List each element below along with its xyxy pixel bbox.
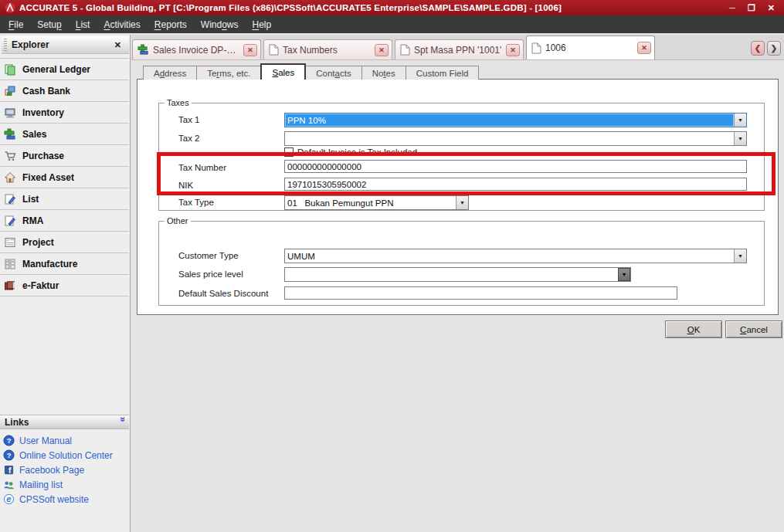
customer-type-combobox[interactable]: UMUM ▼ [284, 249, 747, 263]
menu-bar: File Setup List Activities Reports Windo… [0, 15, 784, 33]
app-window: ACCURATE 5 - Global Building, PT [C:\Pro… [0, 0, 784, 532]
default-sales-discount-label: Default Sales Discount [178, 289, 268, 298]
sidebar-item-project[interactable]: Project [0, 232, 129, 253]
module-list: General Ledger Cash Bank Inventory Sales… [0, 58, 129, 296]
tab-sales-invoice[interactable]: Sales Invoice DP-BG-... ✕ [132, 39, 261, 59]
sidebar-item-general-ledger[interactable]: General Ledger [0, 59, 129, 80]
nik-label: NIK [178, 181, 193, 190]
taxes-groupbox: Taxes Tax 1 PPN 10% ▼ Tax 2 ▼ Default In… [158, 103, 765, 211]
tax1-value: PPN 10% [285, 114, 734, 127]
sidebar-item-manufacture[interactable]: Manufacture [0, 253, 129, 275]
tab-close-icon[interactable]: ✕ [637, 42, 651, 54]
sidebar-item-label: Sales [22, 129, 46, 140]
menu-help[interactable]: Help [246, 17, 279, 32]
links-title: Links [5, 417, 117, 428]
svg-text:?: ? [7, 437, 12, 445]
tax-number-input[interactable] [284, 160, 747, 173]
tax-included-checkbox[interactable] [284, 147, 294, 157]
tax1-combobox[interactable]: PPN 10% ▼ [284, 113, 747, 127]
rma-pen-icon [4, 215, 16, 227]
sidebar-item-rma[interactable]: RMA [0, 210, 129, 232]
tab-label: Sales Invoice DP-BG-... [153, 45, 239, 56]
menu-windows[interactable]: Windows [194, 17, 246, 32]
link-online-solution-center[interactable]: ? Online Solution Center [3, 448, 130, 463]
link-label: User Manual [19, 435, 72, 446]
sidebar-item-list[interactable]: List [0, 188, 129, 210]
menu-activities[interactable]: Activities [97, 17, 147, 32]
customer-type-label: Customer Type [178, 251, 239, 260]
sales-tab-page: Taxes Tax 1 PPN 10% ▼ Tax 2 ▼ Default In… [137, 79, 779, 315]
sales-price-level-value [285, 268, 618, 281]
close-icon[interactable]: ✕ [768, 4, 775, 12]
taxes-legend: Taxes [165, 98, 192, 107]
tab-close-icon[interactable]: ✕ [375, 44, 389, 56]
tab-spt-masa-ppn[interactable]: Spt Masa PPN '1001' ✕ [395, 39, 524, 59]
chevron-down-icon[interactable]: ▼ [618, 268, 630, 281]
tab-sales[interactable]: Sales [260, 63, 306, 80]
sidebar-item-purchase[interactable]: Purchase [0, 145, 129, 167]
sidebar-item-label: Inventory [22, 107, 64, 118]
link-cpssoft-website[interactable]: e CPSSoft website [3, 492, 130, 507]
tab-notes[interactable]: Notes [361, 66, 406, 80]
minimize-icon[interactable]: ─ [729, 4, 735, 12]
tax1-label: Tax 1 [178, 115, 200, 124]
tax2-label: Tax 2 [178, 134, 200, 143]
tab-label: 1006 [545, 42, 633, 53]
tax-number-label: Tax Number [178, 163, 226, 172]
tax-type-combobox[interactable]: 01 Bukan Pemungut PPN ▼ [284, 195, 469, 210]
sales-icon [4, 128, 16, 141]
other-legend: Other [165, 216, 191, 225]
chevron-down-icon[interactable]: ▼ [734, 114, 746, 127]
explorer-close-icon[interactable]: ✕ [107, 40, 129, 50]
tab-label: Tax Numbers [283, 45, 371, 56]
chevron-down-icon[interactable]: ▼ [734, 132, 746, 145]
svg-text:e: e [6, 494, 11, 503]
drag-grip-icon[interactable] [4, 39, 7, 51]
link-mailing-list[interactable]: Mailing list [3, 477, 130, 492]
list-pen-icon [4, 193, 16, 205]
scroll-tabs-left-icon[interactable]: ❮ [751, 41, 765, 56]
tax-included-label: Default Invoice is Tax Included [297, 147, 417, 157]
menu-list[interactable]: List [69, 17, 97, 32]
sidebar-item-label: Purchase [22, 151, 64, 161]
mdi-tab-strip: Sales Invoice DP-BG-... ✕ Tax Numbers ✕ … [131, 35, 784, 60]
nik-input[interactable] [284, 178, 747, 191]
default-sales-discount-input[interactable] [284, 286, 677, 300]
tax2-combobox[interactable]: ▼ [284, 131, 747, 146]
tab-custom-field[interactable]: Custom Field [406, 66, 480, 80]
link-facebook-page[interactable]: f Facebook Page [3, 463, 130, 477]
sidebar-item-cash-bank[interactable]: Cash Bank [0, 80, 129, 102]
tab-terms[interactable]: Terms, etc. [196, 66, 261, 80]
ok-button[interactable]: OK [665, 320, 722, 338]
sales-price-level-combobox[interactable]: ▼ [284, 267, 631, 282]
sidebar-item-inventory[interactable]: Inventory [0, 102, 129, 124]
tab-close-icon[interactable]: ✕ [506, 44, 520, 56]
tab-address[interactable]: Address [143, 66, 197, 80]
app-logo-icon [5, 2, 15, 13]
menu-reports[interactable]: Reports [148, 17, 194, 32]
sidebar-item-label: Project [22, 237, 54, 248]
menu-setup[interactable]: Setup [30, 17, 68, 32]
menu-file[interactable]: File [2, 17, 30, 32]
tab-close-icon[interactable]: ✕ [243, 44, 257, 56]
sidebar-item-sales[interactable]: Sales [0, 124, 129, 145]
link-user-manual[interactable]: ? User Manual [3, 433, 130, 448]
restore-icon[interactable]: ❐ [748, 4, 755, 12]
link-label: Online Solution Center [19, 450, 113, 461]
cancel-button[interactable]: Cancel [725, 320, 782, 338]
sidebar-item-label: General Ledger [22, 64, 90, 75]
chevron-down-icon[interactable]: ▼ [456, 196, 468, 209]
sidebar-item-efaktur[interactable]: e-Faktur [0, 275, 129, 296]
tab-1006[interactable]: 1006 ✕ [526, 36, 655, 59]
sidebar-item-label: Manufacture [22, 259, 77, 269]
inventory-icon [4, 107, 16, 119]
tab-label: Spt Masa PPN '1001' [414, 45, 502, 56]
tab-contacts[interactable]: Contacts [305, 66, 361, 80]
tab-tax-numbers[interactable]: Tax Numbers ✕ [263, 39, 392, 59]
sidebar-item-fixed-asset[interactable]: Fixed Asset [0, 167, 129, 188]
chevron-down-icon[interactable]: ▼ [734, 249, 746, 263]
chevron-double-down-icon[interactable]: » [118, 416, 129, 428]
sidebar-item-label: Cash Bank [22, 86, 70, 97]
scroll-tabs-right-icon[interactable]: ❯ [767, 41, 781, 56]
svg-text:f: f [8, 466, 12, 475]
